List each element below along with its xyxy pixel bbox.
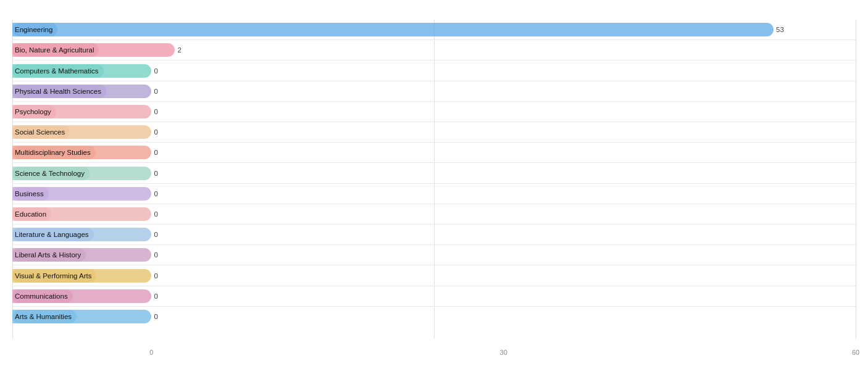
bar-label: Business (12, 187, 49, 201)
chart-container: Engineering53Bio, Nature & Agricultural2… (0, 0, 868, 390)
bar-label: Physical & Health Sciences (12, 85, 106, 98)
bar-value: 0 (154, 313, 157, 320)
x-tick: 60 (852, 349, 859, 356)
bar-row: Social Sciences0 (12, 122, 856, 143)
bar-value: 0 (154, 67, 157, 75)
bar-value: 0 (154, 88, 157, 95)
bar-row: Business0 (12, 184, 856, 204)
bar-label: Science & Technology (12, 167, 90, 180)
bar-row: Computers & Mathematics0 (12, 60, 856, 81)
bar-row: Visual & Performing Arts0 (12, 265, 856, 286)
bar-track (12, 23, 774, 36)
bar-row: Communications0 (12, 286, 856, 307)
bar-label: Engineering (12, 23, 57, 36)
bar-label: Arts & Humanities (12, 310, 77, 323)
bar-row: Literature & Languages0 (12, 225, 856, 245)
bar-row: Engineering53 (12, 20, 856, 40)
bar-label: Computers & Mathematics (12, 64, 104, 78)
bar-label: Education (12, 207, 51, 221)
grid-line (856, 20, 856, 339)
bar-value: 0 (154, 128, 157, 136)
bar-value: 0 (154, 210, 157, 218)
bar-row: Physical & Health Sciences0 (12, 81, 856, 102)
bar-row: Multidisciplinary Studies0 (12, 143, 856, 163)
bar-value: 53 (776, 26, 784, 33)
bar-label: Social Sciences (12, 125, 70, 139)
bar-row: Education0 (12, 204, 856, 225)
bar-row: Arts & Humanities0 (12, 307, 856, 326)
bar-value: 0 (154, 231, 157, 238)
bar-value: 0 (154, 292, 157, 300)
bar-label: Visual & Performing Arts (12, 269, 96, 283)
rows-container: Engineering53Bio, Nature & Agricultural2… (12, 20, 856, 344)
bar-value: 0 (154, 251, 157, 259)
bar-value: 0 (154, 149, 157, 156)
x-tick: 30 (500, 349, 507, 356)
bar-row: Psychology0 (12, 102, 856, 122)
chart-area: Engineering53Bio, Nature & Agricultural2… (12, 20, 856, 356)
bar-label: Literature & Languages (12, 228, 94, 241)
x-tick: 0 (149, 349, 153, 356)
bar-row: Bio, Nature & Agricultural2 (12, 40, 856, 60)
bar-value: 2 (178, 46, 182, 54)
bar-row: Science & Technology0 (12, 163, 856, 183)
bar-label: Multidisciplinary Studies (12, 146, 96, 159)
bar-label: Psychology (12, 105, 56, 118)
bars-section: Engineering53Bio, Nature & Agricultural2… (12, 20, 856, 356)
bar-value: 0 (154, 272, 157, 280)
x-axis: 03060 (12, 344, 856, 356)
bar-label: Communications (12, 289, 73, 303)
bar-label: Liberal Arts & History (12, 248, 86, 262)
bar-value: 0 (154, 170, 157, 177)
bar-value: 0 (154, 190, 157, 197)
bar-row: Liberal Arts & History0 (12, 245, 856, 265)
bar-value: 0 (154, 108, 157, 115)
bar-label: Bio, Nature & Agricultural (12, 43, 99, 57)
